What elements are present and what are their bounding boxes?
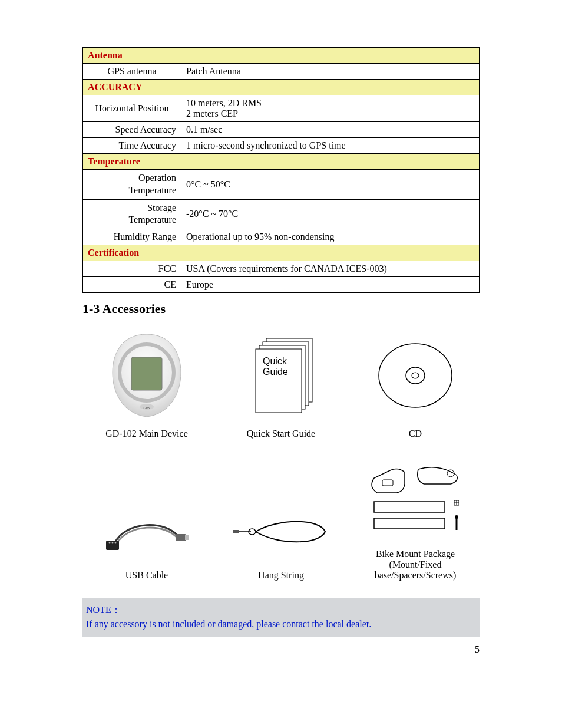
booklet-text-line: Quick [263, 356, 287, 366]
accessory-caption-sub: (Mount/Fixed base/Spacers/Screws) [356, 559, 474, 581]
section-header-certification: Certification [83, 245, 480, 261]
booklet-text-line: Guide [263, 367, 288, 377]
section-header-temperature: Temperature [83, 154, 480, 170]
accessory-quick-guide: Quick Guide Quick Start Guide [222, 328, 340, 439]
spec-value-line: 2 meters CEP [186, 108, 238, 118]
usb-cable-icon [88, 499, 206, 564]
svg-rect-22 [374, 502, 445, 512]
svg-point-9 [406, 367, 425, 384]
spec-label: Speed Accuracy [83, 122, 181, 138]
accessory-bike-mount: Bike Mount Package (Mount/Fixed base/Spa… [356, 460, 474, 581]
lanyard-icon [222, 499, 340, 564]
device-icon: GPS [88, 328, 206, 423]
svg-rect-20 [382, 480, 393, 486]
svg-point-8 [379, 344, 452, 407]
spec-label: Storage Temperature [83, 199, 181, 229]
spec-value: USA (Covers requirements for CANADA ICES… [181, 261, 480, 277]
svg-point-13 [112, 542, 114, 544]
svg-rect-23 [374, 518, 445, 529]
page-number: 5 [475, 644, 480, 655]
svg-rect-16 [185, 535, 189, 540]
spec-value: Europe [181, 277, 480, 293]
document-page: Antenna GPS antenna Patch Antenna ACCURA… [0, 0, 562, 673]
accessory-caption: Quick Start Guide [222, 429, 340, 439]
note-label: NOTE： [86, 605, 121, 615]
spec-label: GPS antenna [83, 64, 181, 80]
accessory-caption: CD [356, 429, 474, 439]
accessory-usb-cable: USB Cable [88, 499, 206, 581]
svg-point-12 [109, 542, 111, 544]
specifications-table: Antenna GPS antenna Patch Antenna ACCURA… [82, 47, 480, 293]
spec-value: 1 micro-second synchronized to GPS time [181, 138, 480, 154]
section-header-antenna: Antenna [83, 48, 480, 64]
cd-icon [356, 328, 474, 423]
svg-text:GPS: GPS [143, 406, 150, 410]
accessory-main-device: GPS GD-102 Main Device [88, 328, 206, 439]
accessory-caption: GD-102 Main Device [88, 429, 206, 439]
accessory-hang-string: Hang String [222, 499, 340, 581]
accessory-caption: USB Cable [88, 570, 206, 581]
spec-label: FCC [83, 261, 181, 277]
section-header-accuracy: ACCURACY [83, 80, 480, 95]
spec-label: Horizontal Position [83, 95, 181, 122]
svg-rect-1 [131, 357, 162, 390]
accessory-caption: Hang String [222, 570, 340, 581]
spec-label: CE [83, 277, 181, 293]
bike-mount-icon [356, 460, 474, 543]
accessory-cd: CD [356, 328, 474, 439]
spec-value: 0°C ~ 50°C [181, 170, 480, 200]
spec-label: Time Accuracy [83, 138, 181, 154]
booklet-icon: Quick Guide [222, 328, 340, 423]
spec-value: 0.1 m/sec [181, 122, 480, 138]
spec-label: Operation Temperature [83, 170, 181, 200]
spec-value: -20°C ~ 70°C [181, 199, 480, 229]
spec-value: 10 meters, 2D RMS 2 meters CEP [181, 95, 480, 122]
svg-rect-17 [233, 530, 239, 533]
svg-point-28 [455, 515, 458, 519]
accessories-grid: GPS GD-102 Main Device Quick Guide Quick… [82, 328, 480, 581]
svg-rect-15 [176, 534, 186, 541]
svg-point-10 [412, 373, 419, 378]
spec-value: Patch Antenna [181, 64, 480, 80]
spec-label: Humidity Range [83, 229, 181, 245]
accessory-caption: Bike Mount Package [356, 549, 474, 559]
spec-value: Operational up to 95% non-condensing [181, 229, 480, 245]
note-text: If any accessory is not included or dama… [86, 619, 371, 629]
svg-rect-11 [106, 541, 119, 550]
note-box: NOTE： If any accessory is not included o… [82, 598, 480, 637]
section-title-accessories: 1-3 Accessories [82, 301, 480, 317]
svg-point-14 [115, 542, 117, 544]
spec-value-line: 10 meters, 2D RMS [186, 98, 262, 108]
